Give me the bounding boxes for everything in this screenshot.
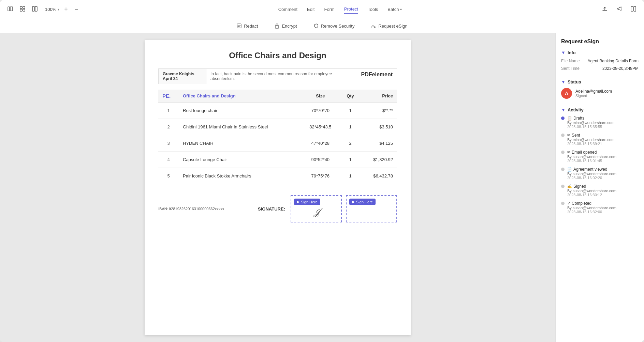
sidebar-toggle-button[interactable] (5, 5, 15, 14)
activity-section-header[interactable]: ▼ Activity (561, 107, 639, 112)
nav-tools[interactable]: Tools (368, 5, 378, 13)
activity-icon: ✉ (567, 133, 570, 138)
activity-arrow-icon: ▼ (561, 107, 566, 112)
info-section-header[interactable]: ▼ Info (561, 50, 639, 55)
col-header-name: Office Chairs and Design (179, 90, 301, 103)
activity-title: 📋 Drafts (567, 116, 639, 121)
activity-time: 2023-08-15 16:01:45 (567, 159, 639, 163)
row-num: 2 (158, 119, 179, 135)
activity-content: ✓ Completed By susan@wondershare.com 202… (567, 201, 639, 214)
pdf-area[interactable]: Office Chairs and Design Graeme Knights … (0, 33, 555, 342)
svg-rect-6 (32, 6, 34, 11)
activity-item: 📋 Drafts By mina@wondershare.com 2023-08… (561, 116, 639, 129)
nav-edit[interactable]: Edit (307, 5, 314, 13)
upload-button[interactable] (600, 4, 610, 15)
sign-here-button-2[interactable]: ▶ Sign Here (349, 199, 376, 205)
row-size: 79*75*76 (301, 168, 340, 184)
upload-icon (602, 6, 608, 12)
batch-chevron-icon: ▾ (400, 7, 402, 11)
signature-label: SIGNATURE: (258, 206, 285, 212)
activity-item: ✍ Signed By susan@wondershare.com 2023-0… (561, 184, 639, 197)
nav-comment[interactable]: Comment (278, 5, 297, 13)
col-header-pe: PE. (158, 90, 179, 103)
activity-icon: ✉ (567, 150, 570, 155)
status-section-label: Status (568, 79, 581, 84)
zoom-chevron-icon: ▾ (58, 7, 59, 11)
row-num: 1 (158, 103, 179, 119)
remove-security-button[interactable]: Remove Security (311, 22, 357, 30)
activity-icon: 📄 (567, 167, 572, 172)
svg-rect-9 (634, 6, 636, 11)
activity-dot (561, 185, 565, 188)
activity-by: By susan@wondershare.com (567, 206, 639, 210)
activity-title: ✍ Signed (567, 184, 639, 189)
toolbar-left: 100% ▾ + − (5, 4, 80, 14)
lock-icon (274, 23, 280, 29)
info-table: Graeme Knights April 24 In fact, back pa… (158, 68, 397, 84)
signature-area: IBAN: lt281932620163100000662xxxxx SIGNA… (158, 191, 397, 222)
activity-item: ✉ Email opened By susan@wondershare.com … (561, 150, 639, 163)
signature-drawing: 𝒥 (314, 207, 319, 218)
activity-content: 📄 Agreement viewed By susan@wondershare.… (567, 167, 639, 180)
col-header-qty: Qty (340, 90, 361, 103)
request-esign-button[interactable]: Request eSign (368, 22, 410, 30)
share-icon (616, 6, 622, 12)
sent-time-label: Sent Time (561, 66, 580, 71)
product-table: PE. Office Chairs and Design Size Qty Pr… (158, 90, 397, 184)
signer-email: Adelina@gmail.com (575, 89, 612, 94)
sent-time-value: 2023-08-20,3:48PM (602, 66, 639, 71)
activity-by: By mina@wondershare.com (567, 138, 639, 142)
table-row: 3 HYDEN CHAIR 47*40*28 2 $4,125 (158, 135, 397, 152)
activity-by: By mina@wondershare.com (567, 121, 639, 125)
info-section-label: Info (568, 50, 576, 55)
batch-label: Batch (387, 7, 399, 12)
row-size: 82*45*43.5 (301, 119, 340, 135)
activity-dot (561, 151, 565, 154)
nav-menu: Comment Edit Form Protect Tools Batch ▾ (80, 5, 600, 14)
signer-status: Signed (575, 94, 612, 98)
zoom-in-button[interactable]: + (62, 4, 70, 14)
sign-box-2: ▶ Sign Here (346, 195, 397, 222)
status-section-header[interactable]: ▼ Status (561, 79, 639, 84)
brand-cell: PDFelement (357, 69, 397, 84)
sub-toolbar: Redact Encrypt Remove Security Request e… (0, 19, 644, 33)
activity-item: ✉ Sent By mina@wondershare.com 2023-08-1… (561, 133, 639, 146)
activity-dot (561, 202, 565, 205)
row-price: $4,125 (361, 135, 397, 152)
file-name-row: File Name Agent Banking Details Form (561, 59, 639, 63)
sign-here-button-1[interactable]: ▶ Sign Here (294, 199, 320, 205)
row-num: 5 (158, 168, 179, 184)
iban-text: IBAN: lt281932620163100000662xxxxx (158, 207, 258, 211)
svg-rect-7 (35, 6, 37, 11)
author-cell: Graeme Knights April 24 (159, 69, 206, 84)
file-name-label: File Name (561, 59, 580, 63)
redact-button[interactable]: Redact (234, 22, 261, 30)
list-view-button[interactable] (30, 5, 40, 14)
activity-time: 2023-08-15 16:02:20 (567, 176, 639, 180)
share-button[interactable] (614, 4, 624, 15)
grid-view-button[interactable] (18, 5, 27, 14)
document-title: Office Chairs and Design (158, 51, 397, 60)
main-content: Office Chairs and Design Graeme Knights … (0, 33, 644, 342)
view-mode-button[interactable] (628, 4, 639, 15)
encrypt-button[interactable]: Encrypt (272, 22, 299, 30)
panel-title: Request eSign (561, 38, 639, 45)
nav-form[interactable]: Form (324, 5, 334, 13)
activity-time: 2023-08-15 16:30:12 (567, 193, 639, 197)
nav-batch[interactable]: Batch ▾ (387, 5, 401, 13)
zoom-out-button[interactable]: − (73, 4, 80, 14)
right-panel: Request eSign ▼ Info File Name Agent Ban… (555, 33, 644, 342)
nav-protect[interactable]: Protect (344, 5, 358, 14)
toolbar-right (600, 4, 639, 15)
svg-rect-5 (23, 9, 25, 11)
zoom-value: 100% (45, 7, 56, 12)
row-size: 47*40*28 (301, 135, 340, 152)
row-num: 3 (158, 135, 179, 152)
row-price: $**.** (361, 103, 397, 119)
table-row: 4 Capsule Lounge Chair 90*52*40 1 $1,320… (158, 152, 397, 168)
activity-icon: 📋 (567, 116, 572, 121)
row-name: Ghidini 1961 Miami Chair in Stainless St… (179, 119, 301, 135)
author-name: Graeme Knights (163, 72, 202, 76)
activity-dot (561, 116, 565, 120)
activity-content: ✉ Sent By mina@wondershare.com 2023-08-1… (567, 133, 639, 146)
